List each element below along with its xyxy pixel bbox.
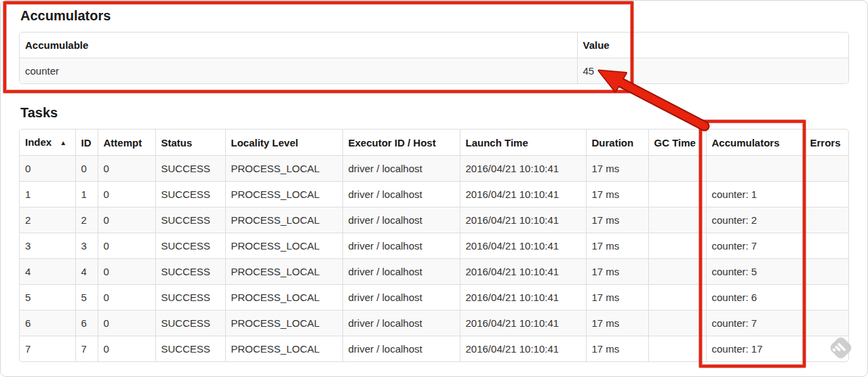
table-cell: 1 bbox=[20, 182, 75, 207]
table-cell bbox=[648, 311, 706, 336]
table-cell: driver / localhost bbox=[342, 311, 460, 336]
column-header-locality-level[interactable]: Locality Level bbox=[225, 130, 342, 156]
column-header-gc-time[interactable]: GC Time bbox=[648, 130, 706, 156]
table-cell bbox=[804, 285, 849, 311]
tasks-table-header-row: Index▲IDAttemptStatusLocality LevelExecu… bbox=[20, 130, 849, 156]
column-header-errors[interactable]: Errors bbox=[804, 130, 849, 156]
table-cell: 2016/04/21 10:10:41 bbox=[460, 285, 586, 311]
column-header-accumulable[interactable]: Accumulable bbox=[20, 33, 577, 58]
column-header-label: Status bbox=[161, 137, 193, 148]
table-cell: driver / localhost bbox=[342, 207, 460, 233]
table-cell: 2 bbox=[20, 207, 75, 233]
column-header-label: Value bbox=[583, 39, 610, 51]
table-cell: 3 bbox=[20, 233, 75, 259]
column-header-label: Errors bbox=[810, 137, 841, 148]
table-cell: 5 bbox=[75, 285, 98, 311]
column-header-index[interactable]: Index▲ bbox=[20, 130, 75, 156]
table-cell: 2016/04/21 10:10:41 bbox=[460, 156, 586, 182]
table-cell: driver / localhost bbox=[342, 156, 460, 182]
table-cell: 0 bbox=[98, 156, 155, 182]
table-cell: 0 bbox=[75, 156, 98, 182]
column-header-duration[interactable]: Duration bbox=[586, 130, 648, 156]
table-cell: SUCCESS bbox=[155, 311, 225, 336]
table-cell: 2016/04/21 10:10:41 bbox=[460, 182, 586, 207]
accumulators-table-body: counter45 bbox=[20, 58, 849, 84]
table-cell: 2016/04/21 10:10:41 bbox=[460, 207, 586, 233]
table-cell: 2016/04/21 10:10:41 bbox=[460, 336, 586, 362]
table-cell bbox=[804, 156, 849, 182]
table-cell: SUCCESS bbox=[155, 336, 225, 362]
table-cell bbox=[706, 156, 804, 182]
table-cell bbox=[648, 259, 706, 285]
table-cell: 2 bbox=[75, 207, 98, 233]
accumulators-table: AccumulableValue counter45 bbox=[19, 32, 849, 84]
table-cell bbox=[804, 311, 849, 336]
table-cell: driver / localhost bbox=[342, 259, 460, 285]
column-header-attempt[interactable]: Attempt bbox=[98, 130, 155, 156]
table-cell: 1 bbox=[75, 182, 98, 207]
table-row: 440SUCCESSPROCESS_LOCALdriver / localhos… bbox=[20, 259, 849, 285]
table-cell: 7 bbox=[20, 336, 75, 362]
table-cell bbox=[804, 182, 849, 207]
column-header-id[interactable]: ID bbox=[75, 130, 98, 156]
tasks-section-title: Tasks bbox=[20, 105, 849, 120]
table-cell: 6 bbox=[20, 311, 75, 336]
table-cell: SUCCESS bbox=[155, 259, 225, 285]
table-cell: SUCCESS bbox=[155, 207, 225, 233]
table-cell: PROCESS_LOCAL bbox=[225, 156, 342, 182]
table-row: 660SUCCESSPROCESS_LOCALdriver / localhos… bbox=[20, 311, 849, 336]
column-header-label: Accumulators bbox=[712, 137, 780, 148]
table-cell bbox=[648, 233, 706, 259]
table-cell: PROCESS_LOCAL bbox=[225, 311, 342, 336]
table-cell: 0 bbox=[98, 285, 155, 311]
table-cell: driver / localhost bbox=[342, 285, 460, 311]
table-cell: SUCCESS bbox=[155, 233, 225, 259]
accumulators-section-title: Accumulators bbox=[20, 8, 849, 23]
table-cell: 2016/04/21 10:10:41 bbox=[460, 311, 586, 336]
table-cell: driver / localhost bbox=[342, 336, 460, 362]
table-cell: 17 ms bbox=[586, 285, 648, 311]
table-cell: PROCESS_LOCAL bbox=[225, 182, 342, 207]
feedly-watermark-icon bbox=[827, 334, 855, 362]
table-cell bbox=[648, 182, 706, 207]
column-header-launch-time[interactable]: Launch Time bbox=[460, 130, 586, 156]
table-cell bbox=[804, 233, 849, 259]
column-header-label: Executor ID / Host bbox=[349, 137, 436, 148]
table-cell bbox=[648, 336, 706, 362]
table-cell: counter: 7 bbox=[706, 311, 804, 336]
table-cell: 0 bbox=[98, 182, 155, 207]
table-cell: 17 ms bbox=[586, 259, 648, 285]
table-cell: 3 bbox=[75, 233, 98, 259]
table-row: 770SUCCESSPROCESS_LOCALdriver / localhos… bbox=[20, 336, 849, 362]
table-row: counter45 bbox=[20, 58, 849, 84]
column-header-executor-id-host[interactable]: Executor ID / Host bbox=[342, 130, 460, 156]
table-cell: 0 bbox=[98, 311, 155, 336]
table-cell: 6 bbox=[75, 311, 98, 336]
column-header-status[interactable]: Status bbox=[155, 130, 225, 156]
table-cell: 45 bbox=[577, 58, 849, 84]
table-cell: PROCESS_LOCAL bbox=[225, 207, 342, 233]
tasks-table: Index▲IDAttemptStatusLocality LevelExecu… bbox=[19, 129, 849, 362]
table-cell: 0 bbox=[20, 156, 75, 182]
table-cell: 17 ms bbox=[586, 336, 648, 362]
table-cell: 2016/04/21 10:10:41 bbox=[460, 259, 586, 285]
column-header-accumulators[interactable]: Accumulators bbox=[706, 130, 804, 156]
table-cell: 17 ms bbox=[586, 182, 648, 207]
table-cell: PROCESS_LOCAL bbox=[225, 336, 342, 362]
table-cell: 2016/04/21 10:10:41 bbox=[460, 233, 586, 259]
table-cell: 7 bbox=[75, 336, 98, 362]
table-cell: 17 ms bbox=[586, 207, 648, 233]
table-cell: counter bbox=[20, 58, 577, 84]
column-header-value[interactable]: Value bbox=[577, 33, 849, 58]
table-cell: PROCESS_LOCAL bbox=[225, 233, 342, 259]
table-cell bbox=[648, 207, 706, 233]
table-cell: 17 ms bbox=[586, 311, 648, 336]
table-cell: SUCCESS bbox=[155, 285, 225, 311]
table-cell: SUCCESS bbox=[155, 156, 225, 182]
table-cell: 0 bbox=[98, 259, 155, 285]
table-row: 110SUCCESSPROCESS_LOCALdriver / localhos… bbox=[20, 182, 849, 207]
table-cell: driver / localhost bbox=[342, 182, 460, 207]
accumulators-table-header-row: AccumulableValue bbox=[20, 33, 849, 58]
table-cell: driver / localhost bbox=[342, 233, 460, 259]
table-cell: 4 bbox=[75, 259, 98, 285]
